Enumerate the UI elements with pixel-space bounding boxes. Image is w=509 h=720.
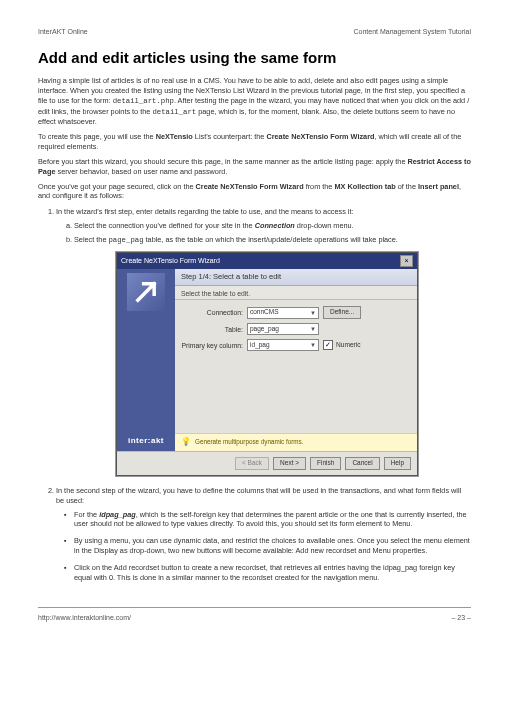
pk-select[interactable]: id_pag▼: [247, 339, 319, 351]
bullet-menu: By using a menu, you can use dynamic dat…: [74, 536, 471, 556]
cancel-button[interactable]: Cancel: [345, 457, 379, 470]
step-1a: Select the connection you've defined for…: [74, 221, 471, 231]
finish-button[interactable]: Finish: [310, 457, 341, 470]
para-2: To create this page, you will use the Ne…: [38, 132, 471, 152]
wizard-sidebar: inter:akt: [117, 269, 175, 451]
table-select[interactable]: page_pag▼: [247, 323, 319, 335]
para-4: Once you've got your page secured, click…: [38, 182, 471, 202]
wizard-button-bar: < Back Next > Finish Cancel Help: [117, 451, 417, 475]
header-right: Content Management System Tutorial: [353, 28, 471, 35]
chevron-down-icon: ▼: [308, 325, 316, 333]
back-button[interactable]: < Back: [235, 457, 269, 470]
code-detail-art: detail_art: [152, 108, 196, 116]
footer-page: – 23 –: [452, 614, 471, 621]
para-3: Before you start this wizard, you should…: [38, 157, 471, 177]
chevron-down-icon: ▼: [308, 341, 316, 349]
wizard-logo: [127, 273, 165, 311]
help-button[interactable]: Help: [384, 457, 411, 470]
lightbulb-icon: 💡: [181, 437, 191, 448]
close-icon[interactable]: ×: [400, 255, 413, 267]
checkbox-checked-icon: ✓: [323, 340, 333, 350]
wizard-title-text: Create NeXTensio Form Wizard: [121, 256, 220, 265]
chevron-down-icon: ▼: [308, 309, 316, 317]
code-detail-php: detail_art.php: [113, 97, 174, 105]
step-2: In the second step of the wizard, you ha…: [56, 486, 471, 583]
label-pk: Primary key column:: [181, 341, 243, 350]
page-title: Add and edit articles using the same for…: [38, 49, 471, 66]
para-1: Having a simple list of articles is of n…: [38, 76, 471, 127]
wizard-step-label: Step 1/4: Select a table to edit: [175, 269, 417, 286]
wizard-brand: inter:akt: [128, 436, 164, 447]
label-table: Table:: [181, 325, 243, 334]
define-button[interactable]: Define...: [323, 306, 361, 319]
label-connection: Connection:: [181, 308, 243, 317]
connection-select[interactable]: connCMS▼: [247, 307, 319, 319]
next-button[interactable]: Next >: [273, 457, 306, 470]
footer-rule: [38, 607, 471, 608]
wizard-dialog: Create NeXTensio Form Wizard × inter:akt…: [116, 252, 418, 476]
wizard-subtitle: Select the table to edit.: [175, 286, 417, 300]
step-1b: Select the page_pag table, as the table …: [74, 235, 471, 246]
footer-url: http://www.interaktonline.com/: [38, 614, 131, 621]
wizard-hint: 💡 Generate multipurpose dynamic forms.: [175, 433, 417, 451]
header-left: InterAKT Online: [38, 28, 88, 35]
bullet-idpag: For the idpag_pag, which is the self-for…: [74, 510, 471, 530]
arrow-up-right-icon: [132, 278, 160, 306]
numeric-checkbox[interactable]: ✓ Numeric: [323, 340, 361, 350]
bullet-recordset: Click on the Add recordset button to cre…: [74, 563, 471, 583]
wizard-titlebar: Create NeXTensio Form Wizard ×: [117, 253, 417, 269]
step-1: In the wizard's first step, enter detail…: [56, 207, 471, 476]
